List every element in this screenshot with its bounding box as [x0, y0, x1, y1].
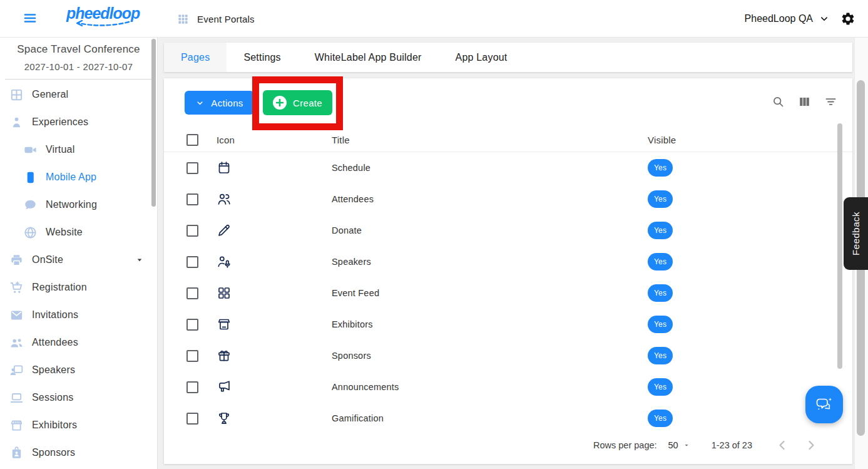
- pagination-range: 1-23 of 23: [712, 440, 752, 450]
- visible-badge[interactable]: Yes: [648, 159, 673, 177]
- presenter-icon: [9, 363, 24, 378]
- logo-text: pheedloop: [66, 4, 140, 22]
- sidebar-scrollbar[interactable]: [151, 39, 156, 207]
- rows-per-page-label: Rows per page:: [593, 440, 657, 450]
- pages-panel: Actions Create Icon Title Visible Schedu…: [164, 78, 852, 464]
- account-menu[interactable]: PheedLoop QA: [745, 0, 855, 38]
- plus-icon: [273, 96, 287, 110]
- sidebar-item-general[interactable]: General: [0, 81, 157, 108]
- table-row[interactable]: Attendees Yes: [164, 183, 852, 215]
- sidebar-item-sessions[interactable]: Sessions: [0, 384, 157, 411]
- chevron-down-icon: [195, 98, 205, 108]
- event-dates: 2027-10-01 - 2027-10-07: [0, 61, 157, 72]
- visible-badge[interactable]: Yes: [648, 284, 673, 302]
- row-title: Donate: [332, 225, 648, 235]
- account-name: PheedLoop QA: [745, 13, 813, 24]
- tab-pages[interactable]: Pages: [164, 43, 227, 72]
- visible-badge[interactable]: Yes: [648, 253, 673, 271]
- event-name: Space Travel Conference: [0, 43, 157, 56]
- visible-badge[interactable]: Yes: [648, 410, 673, 427]
- row-checkbox[interactable]: [186, 350, 198, 362]
- sidebar-item-onsite[interactable]: OnSite: [0, 246, 157, 274]
- tab-whitelabel-app-builder[interactable]: WhiteLabel App Builder: [298, 43, 439, 72]
- sidebar-item-virtual[interactable]: Virtual: [0, 136, 157, 163]
- sidebar-item-mobile-app[interactable]: Mobile App: [0, 163, 157, 191]
- sidebar: Space Travel Conference 2027-10-01 - 202…: [0, 38, 158, 469]
- row-checkbox[interactable]: [186, 256, 198, 268]
- table-row[interactable]: Donate Yes: [164, 215, 852, 246]
- sidebar-nav: General Experiences Virtual Mobile App N…: [0, 81, 157, 466]
- actions-button[interactable]: Actions: [185, 91, 254, 115]
- storefront-icon: [9, 418, 24, 433]
- sidebar-item-speakers[interactable]: Speakers: [0, 356, 157, 384]
- smartphone-icon: [23, 170, 38, 185]
- select-all-checkbox[interactable]: [186, 134, 198, 146]
- visible-badge[interactable]: Yes: [648, 378, 673, 396]
- megaphone-icon: [217, 379, 232, 394]
- column-header-icon: Icon: [217, 135, 332, 145]
- person-icon: [9, 115, 24, 130]
- next-page-button[interactable]: [804, 438, 819, 453]
- pages-table: Icon Title Visible Schedule Yes Attendee…: [164, 128, 852, 434]
- rows-per-page-select[interactable]: 50: [668, 440, 690, 450]
- row-checkbox[interactable]: [186, 413, 198, 425]
- table-scrollbar[interactable]: [837, 123, 842, 369]
- sidebar-item-website[interactable]: Website: [0, 219, 157, 246]
- menu-button[interactable]: [19, 8, 41, 30]
- pheedloop-logo[interactable]: pheedloop: [66, 4, 136, 27]
- row-title: Attendees: [332, 194, 648, 204]
- visible-badge[interactable]: Yes: [648, 316, 673, 333]
- two-people-icon: [217, 192, 232, 207]
- visible-badge[interactable]: Yes: [648, 190, 673, 208]
- video-camera-icon: [23, 143, 38, 157]
- column-header-visible: Visible: [648, 135, 852, 145]
- presenter-mic-icon: [217, 254, 232, 269]
- sidebar-item-networking[interactable]: Networking: [0, 191, 157, 219]
- row-checkbox[interactable]: [186, 287, 198, 299]
- chat-bubbles-icon: [813, 393, 835, 416]
- row-title: Gamification: [332, 413, 648, 423]
- globe-icon: [23, 225, 38, 240]
- caret-down-icon: [135, 255, 145, 265]
- tab-app-layout[interactable]: App Layout: [439, 43, 524, 72]
- row-checkbox[interactable]: [186, 381, 198, 393]
- row-checkbox[interactable]: [186, 225, 198, 237]
- visible-badge[interactable]: Yes: [648, 222, 673, 239]
- table-row[interactable]: Announcements Yes: [164, 371, 852, 403]
- caret-down-icon: [683, 441, 690, 449]
- sidebar-item-invitations[interactable]: Invitations: [0, 301, 157, 329]
- create-button[interactable]: Create: [263, 90, 332, 115]
- row-title: Speakers: [332, 257, 648, 267]
- tabs-bar: Pages Settings WhiteLabel App Builder Ap…: [164, 43, 852, 72]
- chat-button[interactable]: [805, 386, 843, 423]
- sidebar-item-exhibitors[interactable]: Exhibitors: [0, 411, 157, 439]
- tab-settings[interactable]: Settings: [227, 43, 297, 72]
- row-title: Exhibitors: [332, 319, 648, 329]
- sidebar-item-attendees[interactable]: Attendees: [0, 329, 157, 356]
- search-icon[interactable]: [772, 95, 785, 108]
- table-row[interactable]: Schedule Yes: [164, 152, 852, 183]
- feedback-tab[interactable]: Feedback: [844, 197, 868, 270]
- gear-icon[interactable]: [840, 11, 855, 26]
- row-checkbox[interactable]: [186, 162, 198, 174]
- shopping-cart-icon: [9, 281, 24, 295]
- table-toolbar: [772, 95, 837, 108]
- table-row[interactable]: Event Feed Yes: [164, 277, 852, 309]
- table-row[interactable]: Exhibitors Yes: [164, 309, 852, 340]
- sidebar-divider: [5, 79, 152, 80]
- sidebar-item-sponsors[interactable]: Sponsors: [0, 439, 157, 466]
- row-checkbox[interactable]: [186, 319, 198, 331]
- filter-icon[interactable]: [824, 95, 837, 108]
- sidebar-item-registration[interactable]: Registration: [0, 274, 157, 301]
- row-title: Sponsors: [332, 351, 648, 361]
- table-row[interactable]: Sponsors Yes: [164, 340, 852, 371]
- page-title: Event Portals: [197, 14, 255, 24]
- columns-icon[interactable]: [798, 95, 811, 108]
- table-row[interactable]: Speakers Yes: [164, 246, 852, 277]
- visible-badge[interactable]: Yes: [648, 347, 673, 364]
- row-checkbox[interactable]: [186, 193, 198, 205]
- column-header-title: Title: [332, 135, 648, 145]
- previous-page-button[interactable]: [775, 438, 790, 453]
- table-row[interactable]: Gamification Yes: [164, 403, 852, 434]
- sidebar-item-experiences[interactable]: Experiences: [0, 108, 157, 136]
